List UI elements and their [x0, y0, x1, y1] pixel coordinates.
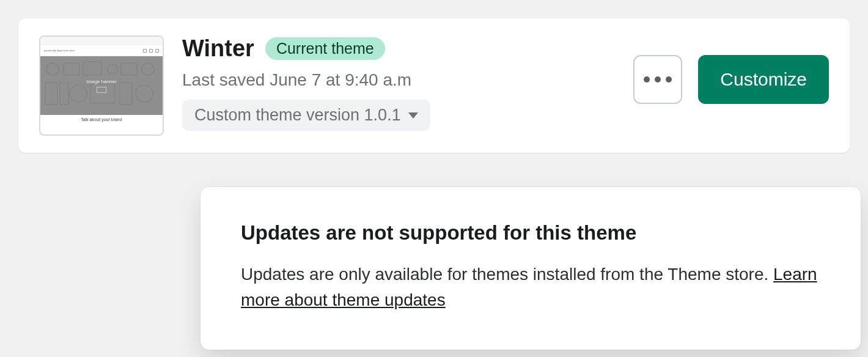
thumbnail-hero: Image banner: [40, 56, 163, 115]
thumbnail-hero-button: [97, 87, 106, 93]
popover-body-text: Updates are only available for themes in…: [241, 265, 773, 284]
thumbnail-hero-label: Image banner: [86, 79, 116, 84]
thumbnail-caption-title: Talk about your brand: [40, 117, 163, 122]
theme-title: Winter: [182, 35, 254, 62]
svg-rect-4: [121, 63, 137, 75]
svg-rect-2: [83, 62, 101, 75]
thumbnail-header-icon: [155, 49, 159, 53]
version-popover: Updates are not supported for this theme…: [200, 187, 861, 350]
current-theme-badge: Current theme: [265, 37, 385, 60]
svg-rect-7: [60, 83, 68, 105]
theme-thumbnail: parmersola Jeger bote store: [39, 35, 164, 136]
thumbnail-caption-sub: [40, 123, 163, 125]
theme-card: parmersola Jeger bote store: [18, 18, 850, 153]
theme-version-dropdown[interactable]: Custom theme version 1.0.1: [182, 100, 430, 131]
theme-version-label: Custom theme version 1.0.1: [194, 106, 401, 125]
thumbnail-header: parmersola Jeger bote store: [40, 45, 163, 56]
thumbnail-topbar: [40, 37, 163, 45]
theme-info: Winter Current theme Last saved June 7 a…: [182, 35, 615, 131]
thumbnail-header-icon: [149, 49, 153, 53]
svg-rect-10: [120, 83, 132, 105]
svg-point-11: [136, 85, 153, 102]
thumbnail-header-icon: [143, 49, 147, 53]
last-saved-text: Last saved June 7 at 9:40 a.m: [182, 70, 615, 90]
theme-actions: Customize: [633, 55, 829, 104]
svg-point-5: [142, 63, 154, 75]
caret-down-icon: [408, 112, 418, 119]
dots-icon: [666, 76, 672, 83]
svg-point-8: [70, 85, 87, 102]
svg-point-3: [108, 64, 117, 74]
popover-title: Updates are not supported for this theme: [241, 221, 820, 245]
svg-rect-6: [45, 83, 57, 105]
svg-rect-1: [64, 63, 79, 75]
dots-icon: [644, 76, 650, 83]
dots-icon: [655, 76, 661, 83]
customize-button[interactable]: Customize: [698, 55, 829, 104]
popover-body: Updates are only available for themes in…: [241, 262, 820, 313]
more-actions-button[interactable]: [633, 55, 682, 104]
svg-point-0: [46, 63, 59, 75]
thumbnail-caption: Talk about your brand: [40, 115, 163, 134]
thumbnail-brand-text: parmersola Jeger bote store: [44, 49, 75, 52]
